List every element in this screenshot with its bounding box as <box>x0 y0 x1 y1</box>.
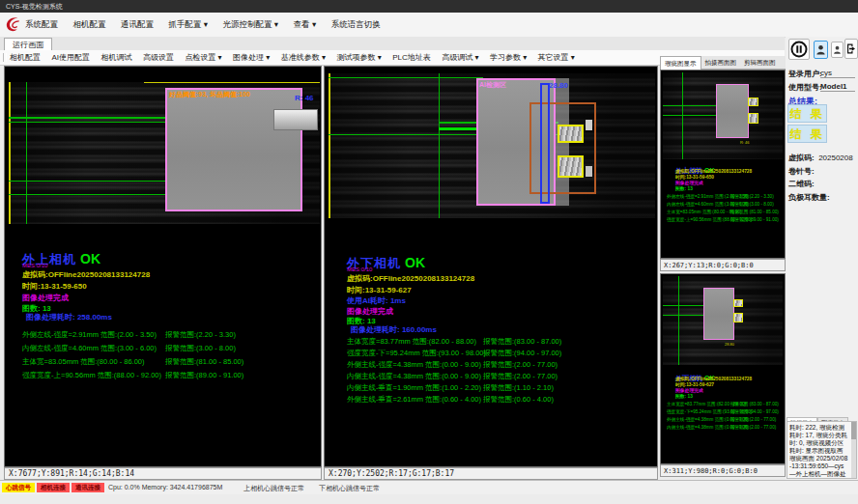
measure-value: 主体宽=83.05mm 范围:(80.00 - 86.00) <box>22 357 145 366</box>
overlay-green-hline <box>9 194 165 195</box>
mini-frames: 图数: 13 <box>675 185 693 191</box>
operator-button[interactable] <box>831 42 844 58</box>
measure-value: 内侧左线-强度=4.60mm 范围:(3.00 - 6.00) <box>22 344 157 352</box>
measure-row: 强度宽度-下=95.24mm 范围:(93.00 - 98.00)报警范围:(9… <box>347 349 654 358</box>
login-user-button[interactable] <box>814 41 828 59</box>
measure-row: 外侧主线-强度=4.38mm 范围:(0.00 - 9.00)报警范围:(2.0… <box>347 360 654 370</box>
mini-overlay-text: R: 46 <box>740 140 750 145</box>
page-tab-row: 运行画面 <box>0 37 785 51</box>
measure-row: 内侧主线-强度=4.38mm 范围:(0.00 - 9.00)报警范围:(2.0… <box>347 372 654 381</box>
tab-capture-view[interactable]: 拍摄画面图 <box>701 56 741 69</box>
highlight-blob <box>586 166 592 177</box>
tab-run-screen[interactable]: 运行画面 <box>4 38 52 51</box>
model-label: 使用型号: <box>788 82 822 93</box>
overlay-green-vline <box>682 72 683 159</box>
toolbar-grip[interactable] <box>3 53 7 62</box>
overlay-green-vline <box>678 276 679 365</box>
field-negative-tab-count: 负极耳数量: <box>788 186 830 204</box>
camera-image-upper[interactable]: 好品阈值:93, 坏品阈值:100 R: 46 <box>9 82 320 224</box>
menu-language-switch[interactable]: 系统语言切换 <box>331 13 381 37</box>
measure-row: 内侧左线-强度=4.60mm 范围:(3.00 - 6.00)报警范围:(3.0… <box>22 344 318 353</box>
overlay-yellow-vline <box>329 73 330 218</box>
menu-camera-config[interactable]: 相机配置 <box>72 13 105 37</box>
user-settings-icon <box>833 44 842 55</box>
coord-status-lower: X:270;Y:2502;R:17;G:17;B:17 <box>324 467 658 480</box>
mini-panel-upper: R: 46 外上相机OK 虚拟码:OFFline2025020813312472… <box>660 70 786 259</box>
tool-test-item-params[interactable]: 测试项参数 ▾ <box>336 50 381 65</box>
measure-value: 外侧左线-强度=2.91mm 范围:(2.00 - 3.50) <box>22 330 157 339</box>
measure-value: 强度宽度-上=90.56mm 范围:(88.00 - 92.00) <box>22 371 161 379</box>
result-box-lower: 结 果 <box>787 125 827 143</box>
tool-ai-use-config[interactable]: AI使用配置 <box>51 50 90 65</box>
alarm-range: 报警范围:(2.20 - 3.30) <box>165 330 236 340</box>
tab-defect-view[interactable]: 瑕疵图显示 <box>660 56 701 70</box>
lower-camera-heartbeat-text: 下相机心跳信号正常 <box>319 484 380 493</box>
alarm-range: 报警范围:(1.10 - 2.10) <box>483 383 554 393</box>
log-scrollbar-thumb[interactable] <box>851 422 856 439</box>
user-icon <box>815 43 826 56</box>
result-box-upper: 结 果 <box>787 104 827 123</box>
menu-comm-config[interactable]: 通讯配置 <box>121 13 154 37</box>
log-text-box[interactable]: 耗时: 222, 瑕疵检测耗时: 17, 瑕疵分类耗时: 0, 瑕疵视频分区耗时… <box>786 421 857 479</box>
comm-link-badge: 通讯连接 <box>72 483 104 492</box>
field-value: 20250208 <box>818 154 853 162</box>
tab-roi-1 <box>558 125 584 143</box>
barcode-line: 虚拟码:OFFline20250208133124728 <box>22 269 150 280</box>
login-user-label: 登录用户: <box>788 69 822 79</box>
tool-image-processing[interactable]: 图像处理 ▾ <box>233 50 270 65</box>
measure-row: 外侧主线-垂直=2.61mm 范围:(0.60 - 4.00)报警范围:(0.6… <box>347 395 654 405</box>
highlight-blob <box>586 120 592 130</box>
mini-image-lower[interactable]: 28.80 <box>663 276 783 365</box>
tool-camera-debug[interactable]: 相机调试 <box>100 50 131 65</box>
process-done-line: 图像处理完成 <box>22 293 69 303</box>
tool-baseline-params[interactable]: 基准线参数 ▾ <box>281 50 326 65</box>
exit-button[interactable] <box>844 39 858 59</box>
result-ok: OK <box>405 255 425 270</box>
barcode-line: 虚拟码:OFFline20250208133124728 <box>347 273 474 284</box>
overlay-green-vline <box>26 82 27 224</box>
process-time-line: 图像处理耗时: 160.00ms <box>351 324 437 335</box>
menu-gripper-config[interactable]: 抓手配置 ▾ <box>168 13 208 37</box>
tool-advanced-settings[interactable]: 高级设置 <box>143 50 174 65</box>
blue-measure-roi <box>540 83 550 204</box>
overlay-green-hline <box>663 115 717 116</box>
log-scrollbar[interactable] <box>851 422 856 478</box>
connector-part <box>273 109 318 130</box>
camera-link-badge: 相机连接 <box>37 483 70 492</box>
menu-light-config[interactable]: 光源控制配置 ▾ <box>222 13 278 37</box>
alarm-range: 报警范围:(89.00 - 91.00) <box>165 371 243 380</box>
tool-learning-params[interactable]: 学习参数 ▾ <box>490 50 527 65</box>
tool-spot-check[interactable]: 点检设置 ▾ <box>185 50 221 65</box>
mini-frames: 图数: 13 <box>675 393 693 399</box>
alarm-range: 报警范围:(2.00 - 77.00) <box>730 417 776 422</box>
pause-button[interactable] <box>788 39 810 60</box>
menu-view[interactable]: 查看 ▾ <box>294 13 317 37</box>
measure-row: 主体宽=83.05mm 范围:(80.00 - 86.00)报警范围:(81.0… <box>22 357 318 367</box>
mini-measure-row: 强度宽度-上=90.56mm 范围:(88.00 - 92.00)报警范围:(8… <box>667 217 783 222</box>
alarm-range: 报警范围:(89.00 - 91.00) <box>730 217 779 222</box>
time-line: 时间:13-31-59-650 <box>22 281 87 292</box>
measure-value: 外侧主线-强度=4.38mm 范围:(0.00 - 9.00) <box>347 360 481 369</box>
tool-advanced-debug[interactable]: 高级调试 ▾ <box>442 50 478 65</box>
mini-overlay-text: 28.80 <box>725 342 734 347</box>
measure-value: 内侧主线-强度=4.38mm 范围:(0.00 - 9.00) <box>347 372 481 380</box>
tool-other-settings[interactable]: 其它设置 ▾ <box>538 50 575 65</box>
mini-coord-status-lower: X:311;Y:980;R:0;G:0;B:0 <box>660 464 786 477</box>
upper-camera-heartbeat-text: 上相机心跳信号正常 <box>243 484 304 493</box>
mini-tab-roi <box>733 313 743 322</box>
alarm-range: 报警范围:(2.00 - 77.00) <box>483 372 558 381</box>
tab-clip-view[interactable]: 剪辑画面图 <box>740 56 780 69</box>
mini-image-upper[interactable]: R: 46 <box>663 72 783 159</box>
heartbeat-badge: 心跳信号 <box>2 483 35 492</box>
camera-image-lower[interactable]: AI检测区 28.80 <box>329 73 655 218</box>
tool-plc-address[interactable]: PLC地址表 <box>392 50 431 65</box>
alarm-range: 报警范围:(0.60 - 4.00) <box>483 395 554 405</box>
alarm-range: 报警范围:(2.00 - 77.00) <box>483 360 558 370</box>
process-time-line: 图像处理耗时: 258.00ms <box>26 312 112 322</box>
window-titlebar[interactable]: CYS-视觉检测系统 <box>0 0 858 13</box>
menu-system-config[interactable]: 系统配置 <box>25 13 58 37</box>
cpu-memory-text: Cpu: 0.0% Memory: 3424.41796875M <box>108 484 222 490</box>
mini-roi <box>703 288 734 340</box>
measure-value: 内侧主线-垂直=1.90mm 范围:(1.00 - 2.20) <box>347 383 481 392</box>
tool-camera-config[interactable]: 相机配置 <box>10 50 41 65</box>
